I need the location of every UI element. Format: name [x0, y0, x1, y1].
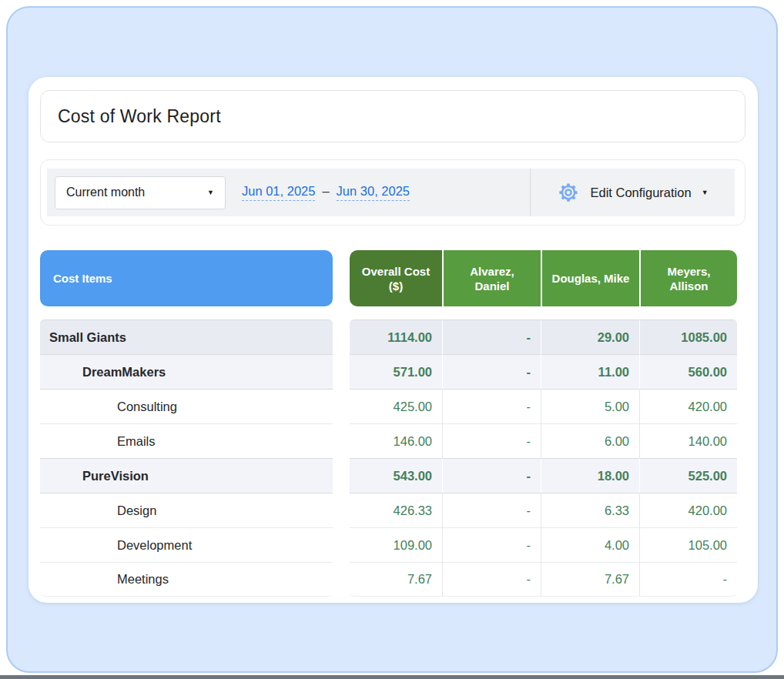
row-gap: [333, 527, 350, 562]
cost-value-cell: -: [442, 562, 541, 597]
column-header-person: Meyers, Allison: [639, 250, 737, 306]
row-gap: [333, 493, 350, 527]
toolbar-bar: Current month ▼ Jun 01, 2025 – Jun 30, 2…: [47, 169, 735, 216]
cost-items-header: Cost Items: [40, 250, 333, 306]
cost-value-cell: 560.00: [639, 354, 737, 389]
edit-configuration-label: Edit Configuration: [590, 186, 691, 200]
table-header: Cost Items Overall Cost ($)Alvarez, Dani…: [40, 250, 737, 306]
row-gap: [333, 354, 350, 389]
cost-value-cell: 6.00: [541, 423, 639, 458]
row-gap: [333, 319, 350, 354]
cost-value-cell: 1114.00: [350, 319, 442, 354]
cost-value-cell: 543.00: [350, 458, 442, 493]
cost-item-label: Consulting: [40, 389, 333, 423]
cost-value-cell: 571.00: [350, 354, 442, 389]
cost-value-cell: 1085.00: [639, 319, 737, 354]
row-gap: [333, 562, 350, 597]
cost-value-cell: 140.00: [639, 423, 737, 458]
column-header-overall-cost: Overall Cost ($): [350, 250, 442, 306]
cost-value-cell: 426.33: [350, 493, 442, 527]
edit-configuration-button[interactable]: Edit Configuration ▼: [531, 169, 735, 216]
period-select-value: Current month: [66, 186, 145, 199]
table-row: DreamMakers571.00-11.00560.00: [40, 354, 737, 389]
cost-value-cell: 146.00: [350, 423, 442, 458]
report-title-box: Cost of Work Report: [40, 90, 745, 142]
date-range: Jun 01, 2025 – Jun 30, 2025: [242, 184, 410, 201]
cost-value-cell: -: [639, 562, 737, 597]
row-gap: [333, 458, 350, 493]
cost-value-cell: 6.33: [541, 493, 639, 527]
cost-item-label: Emails: [40, 423, 333, 458]
cost-value-cell: 7.67: [541, 562, 639, 597]
cost-value-cell: 420.00: [639, 389, 737, 423]
table-row: Meetings7.67-7.67-: [40, 562, 737, 597]
table-row: Emails146.00-6.00140.00: [40, 423, 737, 458]
start-date-link[interactable]: Jun 01, 2025: [242, 184, 315, 201]
cost-value-cell: -: [442, 493, 541, 527]
cost-items-header-label: Cost Items: [53, 272, 112, 285]
cost-value-cell: 105.00: [639, 527, 737, 562]
cost-group-label[interactable]: PureVision: [40, 458, 333, 493]
table-row: Design426.33-6.33420.00: [40, 493, 737, 527]
cost-value-cell: -: [442, 389, 541, 423]
cost-value-cell: -: [442, 458, 541, 493]
toolbar: Current month ▼ Jun 01, 2025 – Jun 30, 2…: [40, 159, 745, 226]
cost-item-label: Meetings: [40, 562, 333, 597]
column-header-person: Alvarez, Daniel: [442, 250, 541, 306]
row-gap: [333, 423, 350, 458]
report-card: Cost of Work Report Current month ▼ Jun …: [28, 77, 758, 603]
row-gap: [333, 389, 350, 423]
cost-value-cell: 525.00: [639, 458, 737, 493]
cost-value-cell: 109.00: [350, 527, 442, 562]
table-row: Consulting425.00-5.00420.00: [40, 389, 737, 423]
window-bottom-edge: [0, 675, 784, 679]
cost-item-label: Development: [40, 527, 333, 562]
cost-value-cell: 11.00: [541, 354, 639, 389]
chevron-down-icon: ▼: [207, 189, 214, 196]
cost-group-label[interactable]: Small Giants: [40, 319, 333, 354]
cost-value-cell: -: [442, 527, 541, 562]
header-gap: [333, 250, 350, 306]
cost-value-cell: 5.00: [541, 389, 639, 423]
chevron-down-icon: ▼: [702, 189, 709, 196]
table-column-headers: Overall Cost ($)Alvarez, DanielDouglas, …: [350, 250, 737, 306]
table-row: PureVision543.00-18.00525.00: [40, 458, 737, 493]
cost-value-cell: 29.00: [541, 319, 639, 354]
table-row: Small Giants1114.00-29.001085.00: [40, 319, 737, 354]
cost-value-cell: 420.00: [639, 493, 737, 527]
cost-group-label[interactable]: DreamMakers: [40, 354, 333, 389]
date-range-separator: –: [322, 184, 329, 199]
cost-value-cell: -: [442, 423, 541, 458]
end-date-link[interactable]: Jun 30, 2025: [337, 184, 410, 201]
table-row: Development109.00-4.00105.00: [40, 527, 737, 562]
table-body: Small Giants1114.00-29.001085.00DreamMak…: [40, 319, 737, 597]
cost-value-cell: 18.00: [541, 458, 639, 493]
cost-value-cell: 4.00: [541, 527, 639, 562]
page-title: Cost of Work Report: [58, 106, 221, 127]
cost-value-cell: 425.00: [350, 389, 442, 423]
app-background-panel: Cost of Work Report Current month ▼ Jun …: [6, 6, 778, 673]
cost-item-label: Design: [40, 493, 333, 527]
cost-value-cell: -: [442, 319, 541, 354]
column-header-person: Douglas, Mike: [541, 250, 639, 306]
period-select[interactable]: Current month ▼: [55, 176, 226, 209]
gear-icon: [557, 181, 580, 204]
cost-value-cell: -: [442, 354, 541, 389]
cost-value-cell: 7.67: [350, 562, 442, 597]
